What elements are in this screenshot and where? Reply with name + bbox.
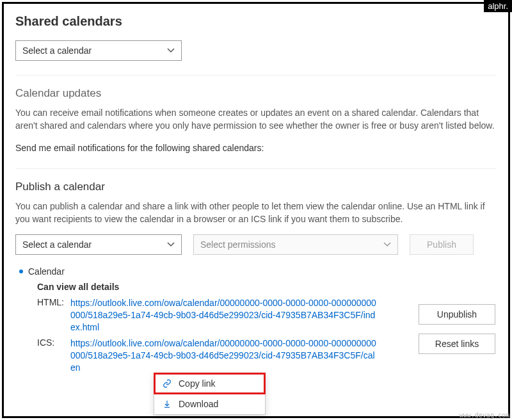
link-icon bbox=[162, 379, 172, 388]
button-label: Reset links bbox=[435, 339, 479, 349]
html-link-label: HTML: bbox=[37, 297, 65, 334]
ics-link-label: ICS: bbox=[37, 337, 65, 374]
dropdown-label: Select a calendar bbox=[22, 45, 92, 56]
updates-prompt: Send me email notifications for the foll… bbox=[15, 141, 497, 154]
shared-calendar-select[interactable]: Select a calendar bbox=[15, 40, 182, 61]
download-icon bbox=[162, 400, 172, 408]
page-title: Shared calendars bbox=[15, 14, 497, 29]
html-link[interactable]: https://outlook.live.com/owa/calendar/00… bbox=[70, 297, 378, 334]
context-menu-download[interactable]: Download bbox=[154, 394, 265, 414]
settings-panel: Shared calendars Select a calendar Calen… bbox=[2, 2, 510, 418]
dropdown-label: Select permissions bbox=[200, 239, 276, 250]
unpublish-button[interactable]: Unpublish bbox=[419, 304, 495, 325]
publish-button[interactable]: Publish bbox=[410, 234, 474, 255]
ics-link[interactable]: https://outlook.live.com/owa/calendar/00… bbox=[70, 337, 378, 374]
chevron-down-icon bbox=[167, 241, 175, 248]
context-menu: Copy link Download bbox=[154, 373, 266, 415]
publish-permissions-select[interactable]: Select permissions bbox=[193, 234, 398, 255]
watermark-top-right: alphr. bbox=[484, 0, 512, 12]
section-title-updates: Calendar updates bbox=[15, 87, 497, 100]
updates-description: You can receive email notifications when… bbox=[15, 106, 497, 133]
dropdown-label: Select a calendar bbox=[22, 239, 92, 250]
button-label: Publish bbox=[427, 239, 456, 250]
publish-calendar-select[interactable]: Select a calendar bbox=[15, 234, 182, 255]
divider bbox=[15, 75, 497, 76]
chevron-down-icon bbox=[167, 47, 175, 54]
chevron-down-icon bbox=[383, 241, 391, 248]
divider bbox=[15, 168, 497, 169]
reset-links-button[interactable]: Reset links bbox=[419, 334, 495, 354]
published-calendar-name: Calendar bbox=[28, 266, 65, 277]
published-calendar-row: Calendar bbox=[19, 266, 497, 277]
context-menu-copy-link[interactable]: Copy link bbox=[154, 373, 265, 394]
bullet-icon bbox=[19, 270, 23, 273]
publish-description: You can publish a calendar and share a l… bbox=[15, 200, 497, 226]
watermark-bottom-right: www.devag.com bbox=[460, 412, 509, 419]
permission-level: Can view all details bbox=[37, 282, 497, 292]
section-title-publish: Publish a calendar bbox=[15, 181, 497, 193]
context-menu-label: Download bbox=[179, 399, 218, 409]
button-label: Unpublish bbox=[437, 309, 477, 319]
context-menu-label: Copy link bbox=[179, 378, 216, 389]
